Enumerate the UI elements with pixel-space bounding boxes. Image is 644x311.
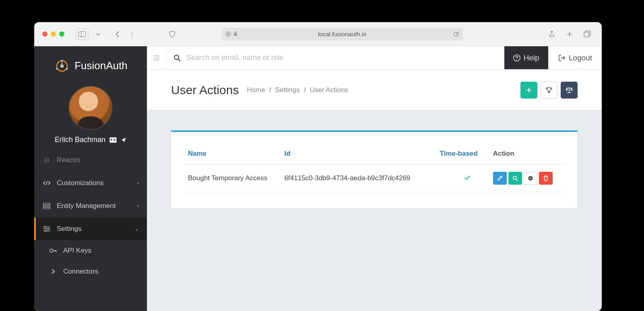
svg-point-20 bbox=[44, 226, 46, 228]
edit-button[interactable] bbox=[493, 172, 507, 185]
chevron-left-icon: ‹ bbox=[137, 203, 139, 209]
sidebar-sub-connectors[interactable]: Connectors bbox=[34, 261, 147, 282]
avatar bbox=[68, 86, 113, 130]
key-icon bbox=[49, 247, 58, 254]
minimize-window-button[interactable] bbox=[51, 31, 56, 37]
sidebar-sub-api-keys[interactable]: API Keys bbox=[34, 240, 147, 261]
cell-id: 6f4115c0-3db9-4734-aeda-b9c3f7dc4269 bbox=[281, 165, 430, 192]
svg-point-21 bbox=[47, 228, 49, 230]
lock-icon bbox=[233, 31, 237, 37]
sidebar-item-reactor[interactable]: Reactor bbox=[34, 153, 147, 171]
sidebar-item-customizations[interactable]: Customizations ‹ bbox=[34, 171, 147, 194]
table-row: Bought Temporary Access 6f4115c0-3db9-47… bbox=[185, 165, 564, 192]
svg-rect-14 bbox=[114, 140, 116, 141]
collapse-sidebar-button[interactable] bbox=[147, 46, 166, 69]
page-header: User Actions Home / Settings / User Acti… bbox=[147, 70, 602, 110]
svg-rect-0 bbox=[79, 31, 86, 37]
chevron-down-icon: ⌄ bbox=[135, 226, 139, 232]
svg-rect-13 bbox=[114, 139, 116, 140]
scales-button[interactable] bbox=[561, 82, 578, 99]
app-body: FusionAuth Erlich Bachman bbox=[34, 46, 602, 311]
forward-button[interactable] bbox=[126, 29, 138, 40]
breadcrumb-settings[interactable]: Settings bbox=[275, 86, 300, 94]
svg-point-26 bbox=[516, 59, 517, 60]
svg-point-8 bbox=[66, 68, 68, 70]
svg-rect-19 bbox=[43, 207, 50, 209]
data-card: Name Id Time-based Action Bought Tempora… bbox=[171, 130, 578, 208]
tab-overview-button[interactable] bbox=[92, 29, 105, 40]
url-text: local.fusionauth.io bbox=[318, 31, 366, 37]
svg-point-24 bbox=[174, 55, 179, 60]
svg-rect-17 bbox=[43, 203, 50, 205]
col-time-based[interactable]: Time-based bbox=[430, 143, 490, 165]
main-area: Help Logout User Actions Home / Settings… bbox=[147, 46, 602, 311]
back-button[interactable] bbox=[111, 29, 124, 40]
share-button[interactable] bbox=[545, 29, 558, 40]
col-action: Action bbox=[490, 143, 564, 165]
cell-time-based bbox=[430, 165, 490, 192]
maximize-window-button[interactable] bbox=[59, 31, 64, 37]
chevron-left-icon: ‹ bbox=[137, 180, 139, 186]
trophy-button[interactable] bbox=[541, 82, 557, 99]
cell-actions bbox=[490, 165, 564, 192]
svg-point-12 bbox=[111, 139, 112, 140]
location-icon[interactable] bbox=[121, 137, 126, 143]
logo-text: FusionAuth bbox=[74, 60, 128, 72]
delete-button[interactable] bbox=[539, 172, 553, 185]
sidebar: FusionAuth Erlich Bachman bbox=[34, 46, 147, 311]
id-card-icon[interactable] bbox=[109, 137, 117, 143]
new-tab-button[interactable] bbox=[563, 29, 576, 40]
user-name: Erlich Bachman bbox=[55, 136, 105, 144]
breadcrumb-current[interactable]: User Actions bbox=[310, 86, 348, 94]
refresh-icon[interactable] bbox=[453, 31, 459, 37]
tabs-button[interactable] bbox=[581, 29, 594, 40]
shield-icon[interactable] bbox=[166, 29, 179, 40]
svg-point-16 bbox=[46, 160, 47, 161]
search-icon bbox=[173, 54, 181, 62]
help-button[interactable]: Help bbox=[504, 46, 548, 69]
svg-point-6 bbox=[61, 60, 63, 62]
breadcrumb-home[interactable]: Home bbox=[247, 86, 265, 94]
svg-point-27 bbox=[513, 176, 516, 179]
logo-mark-icon bbox=[54, 58, 70, 74]
logout-button[interactable]: Logout bbox=[548, 46, 602, 69]
cell-name: Bought Temporary Access bbox=[185, 165, 281, 192]
logout-label: Logout bbox=[569, 54, 592, 62]
topbar: Help Logout bbox=[147, 46, 602, 70]
page-title: User Actions bbox=[171, 83, 239, 97]
sidebar-toggle-button[interactable] bbox=[76, 29, 89, 40]
globe-icon bbox=[225, 31, 231, 37]
col-id[interactable]: Id bbox=[281, 143, 430, 165]
add-button[interactable] bbox=[520, 82, 537, 99]
browser-toolbar: local.fusionauth.io bbox=[34, 22, 602, 46]
reactor-icon bbox=[42, 158, 51, 163]
sidebar-item-settings[interactable]: Settings ⌄ bbox=[34, 217, 147, 240]
svg-point-23 bbox=[50, 249, 53, 252]
traffic-lights bbox=[42, 31, 64, 37]
svg-rect-3 bbox=[234, 33, 237, 36]
sidebar-item-entity-management[interactable]: Entity Management ‹ bbox=[34, 194, 147, 217]
code-icon bbox=[42, 180, 51, 186]
close-window-button[interactable] bbox=[42, 31, 47, 37]
svg-rect-29 bbox=[529, 178, 532, 179]
col-name[interactable]: Name bbox=[185, 143, 281, 165]
sidebar-item-label: Customizations bbox=[57, 179, 103, 187]
sidebar-item-label: Reactor bbox=[57, 156, 81, 164]
disable-button[interactable] bbox=[524, 172, 537, 185]
user-profile[interactable]: Erlich Bachman bbox=[34, 82, 147, 153]
sidebar-item-label: Settings bbox=[57, 225, 81, 233]
view-button[interactable] bbox=[508, 172, 522, 185]
check-icon bbox=[464, 174, 471, 182]
logo[interactable]: FusionAuth bbox=[34, 46, 147, 82]
chevron-right-icon bbox=[49, 269, 58, 274]
search-input[interactable] bbox=[186, 54, 497, 62]
svg-rect-4 bbox=[584, 32, 589, 37]
url-bar[interactable]: local.fusionauth.io bbox=[221, 28, 463, 41]
sidebar-item-label: Entity Management bbox=[57, 202, 116, 210]
sidebar-sub-label: Connectors bbox=[63, 268, 98, 276]
svg-point-7 bbox=[56, 68, 58, 70]
svg-rect-10 bbox=[62, 62, 62, 65]
help-icon bbox=[513, 54, 520, 62]
browser-window: local.fusionauth.io bbox=[34, 22, 602, 311]
database-icon bbox=[42, 203, 51, 209]
